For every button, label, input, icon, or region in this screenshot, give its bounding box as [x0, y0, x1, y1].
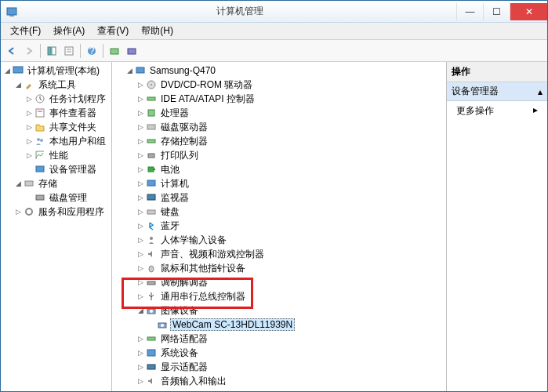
tree-label: 共享文件夹 [48, 121, 98, 134]
expand-icon[interactable]: ▷ [136, 208, 145, 216]
actions-more[interactable]: 更多操作 ▸ [447, 101, 547, 121]
expand-icon[interactable]: ▷ [136, 81, 145, 89]
expand-icon[interactable]: ▷ [136, 109, 145, 117]
device-storage-ctrl[interactable]: ▷存储控制器 [114, 134, 445, 148]
expand-icon[interactable]: ▷ [136, 292, 145, 300]
collapse-icon[interactable]: ◢ [136, 307, 145, 314]
expand-icon[interactable]: ▷ [136, 349, 145, 357]
device-sound[interactable]: ▷声音、视频和游戏控制器 [114, 247, 445, 261]
refresh-button[interactable] [124, 43, 140, 59]
expand-icon[interactable]: ▷ [24, 123, 34, 131]
scan-hardware-button[interactable] [107, 43, 122, 59]
collapse-icon[interactable]: ◢ [13, 81, 23, 89]
expand-icon[interactable]: ▷ [136, 151, 145, 159]
camera-icon [145, 304, 158, 317]
tree-event-viewer[interactable]: ▷事件查看器 [2, 106, 110, 120]
menu-file[interactable]: 文件(F) [4, 23, 47, 39]
expand-icon[interactable]: ▷ [136, 377, 145, 385]
tree-storage[interactable]: ◢存储 [2, 176, 110, 191]
tree-shared-folders[interactable]: ▷共享文件夹 [2, 120, 110, 134]
device-label: WebCam SC-13HDL11939N [170, 318, 295, 331]
tree-services[interactable]: ▷服务和应用程序 [2, 205, 110, 219]
device-display[interactable]: ▷显示适配器 [114, 360, 445, 374]
menu-view[interactable]: 查看(V) [91, 23, 135, 39]
expand-icon[interactable]: ▷ [24, 109, 34, 117]
expand-icon[interactable]: ▷ [24, 137, 34, 145]
collapse-icon[interactable]: ◢ [2, 67, 12, 74]
scope-tree: ◢计算机管理(本地) ◢系统工具 ▷任务计划程序 ▷事件查看器 ▷共享文件夹 ▷… [1, 62, 111, 220]
middle-pane[interactable]: ◢Samsung-Q470 ▷DVD/CD-ROM 驱动器 ▷IDE ATA/A… [112, 62, 447, 391]
maximize-button[interactable]: ☐ [483, 3, 510, 20]
device-modems[interactable]: ▷调制解调器 [114, 275, 445, 289]
tree-disk-mgmt[interactable]: 磁盘管理 [2, 191, 110, 205]
tree-task-scheduler[interactable]: ▷任务计划程序 [2, 92, 110, 106]
svg-point-15 [37, 138, 40, 141]
properties-button[interactable] [61, 43, 77, 59]
minimize-button[interactable]: — [456, 3, 483, 20]
device-battery[interactable]: ▷电池 [114, 162, 445, 176]
device-imaging[interactable]: ◢图像设备 [114, 303, 445, 318]
device-disk-drives[interactable]: ▷磁盘驱动器 [114, 120, 445, 134]
device-computer-root[interactable]: ◢Samsung-Q470 [114, 64, 445, 78]
device-monitors[interactable]: ▷监视器 [114, 191, 445, 205]
device-keyboards[interactable]: ▷键盘 [114, 205, 445, 219]
expand-icon[interactable]: ▷ [136, 180, 145, 187]
device-cpu[interactable]: ▷处理器 [114, 106, 445, 120]
tree-system-tools[interactable]: ◢系统工具 [2, 78, 110, 92]
expand-icon[interactable]: ▷ [136, 236, 145, 244]
expand-icon[interactable]: ▷ [136, 250, 145, 258]
device-dvd[interactable]: ▷DVD/CD-ROM 驱动器 [114, 78, 445, 92]
expand-icon[interactable]: ▷ [136, 123, 145, 131]
tree-device-manager[interactable]: 设备管理器 [2, 162, 110, 176]
svg-rect-10 [128, 49, 136, 54]
tree-label: 磁盘管理 [48, 191, 89, 205]
collapse-icon[interactable]: ◢ [125, 67, 134, 74]
close-button[interactable]: ✕ [510, 3, 547, 20]
expand-icon[interactable]: ▷ [136, 222, 145, 230]
expand-icon[interactable]: ▷ [136, 335, 145, 343]
modem-icon [145, 276, 158, 289]
expand-icon[interactable]: ▷ [136, 264, 145, 272]
device-mice[interactable]: ▷鼠标和其他指针设备 [114, 261, 445, 275]
expand-icon[interactable]: ▷ [136, 165, 145, 173]
menu-help[interactable]: 帮助(H) [135, 23, 180, 39]
device-label: 调制解调器 [159, 276, 209, 289]
device-computer-cat[interactable]: ▷计算机 [114, 176, 445, 191]
tree-label: 存储 [37, 177, 59, 191]
device-network[interactable]: ▷网络适配器 [114, 332, 445, 346]
expand-icon[interactable]: ▷ [136, 363, 145, 371]
expand-icon[interactable]: ▷ [136, 194, 145, 201]
device-bluetooth[interactable]: ▷蓝牙 [114, 219, 445, 233]
help-button[interactable]: ? [84, 43, 100, 59]
device-usb[interactable]: ▷通用串行总线控制器 [114, 289, 445, 303]
tree-label: 系统工具 [37, 78, 78, 92]
device-ide[interactable]: ▷IDE ATA/ATAPI 控制器 [114, 92, 445, 106]
menu-action[interactable]: 操作(A) [47, 23, 91, 39]
expand-icon[interactable]: ▷ [136, 95, 145, 103]
tree-performance[interactable]: ▷性能 [2, 148, 110, 162]
svg-rect-21 [136, 67, 144, 73]
tree-local-users[interactable]: ▷本地用户和组 [2, 134, 110, 148]
device-label: 图像设备 [159, 304, 200, 318]
forward-button[interactable] [21, 43, 37, 59]
device-label: 监视器 [159, 191, 191, 205]
left-pane[interactable]: ◢计算机管理(本地) ◢系统工具 ▷任务计划程序 ▷事件查看器 ▷共享文件夹 ▷… [1, 62, 112, 391]
back-button[interactable] [4, 43, 20, 59]
actions-context[interactable]: 设备管理器 ▴ [447, 82, 547, 101]
device-system[interactable]: ▷系统设备 [114, 346, 445, 360]
device-audio-io[interactable]: ▷音频输入和输出 [114, 374, 445, 388]
device-webcam[interactable]: WebCam SC-13HDL11939N [114, 318, 445, 332]
tree-label: 本地用户和组 [48, 135, 107, 148]
device-hid[interactable]: ▷人体学输入设备 [114, 233, 445, 247]
expand-icon[interactable]: ▷ [13, 208, 23, 216]
expand-icon[interactable]: ▷ [24, 151, 34, 159]
device-label: DVD/CD-ROM 驱动器 [159, 78, 254, 92]
device-print-queues[interactable]: ▷打印队列 [114, 148, 445, 162]
expand-icon[interactable]: ▷ [24, 95, 34, 103]
device-label: 鼠标和其他指针设备 [159, 262, 247, 275]
expand-icon[interactable]: ▷ [136, 137, 145, 145]
tree-root[interactable]: ◢计算机管理(本地) [2, 64, 110, 78]
show-hide-tree-button[interactable] [44, 43, 60, 59]
collapse-icon[interactable]: ◢ [13, 180, 23, 187]
expand-icon[interactable]: ▷ [136, 278, 145, 286]
